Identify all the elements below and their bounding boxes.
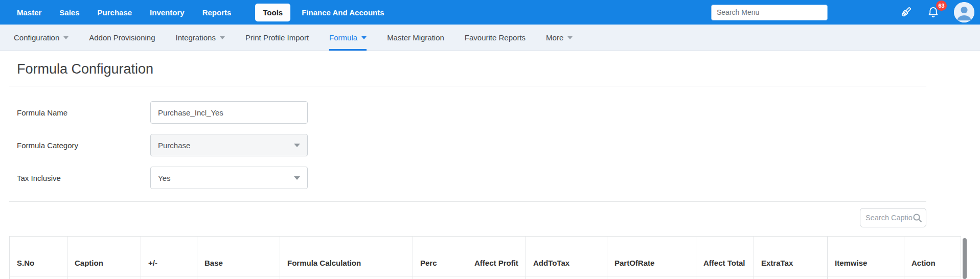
tax-inclusive-label: Tax Inclusive (17, 174, 150, 182)
subnav-item-addon-provisioning[interactable]: Addon Provisioning (89, 25, 155, 51)
subnav-item-formula[interactable]: Formula (329, 25, 367, 51)
top-nav-item-inventory[interactable]: Inventory (150, 8, 185, 17)
table-cell (526, 276, 607, 279)
column-header-addtotax: AddToTax (526, 237, 607, 276)
chevron-down-icon (220, 36, 225, 39)
top-nav-right: 63 (711, 2, 980, 22)
tax-inclusive-select[interactable]: Yes (150, 167, 308, 189)
column-header-partofrate: PartOfRate (607, 237, 696, 276)
search-caption-box (860, 208, 926, 227)
column-header-s-no: S.No (9, 237, 67, 276)
chevron-down-icon (63, 36, 69, 39)
search-icon[interactable] (913, 213, 922, 223)
table-cell (280, 276, 413, 279)
formula-category-value: Purchase (158, 141, 190, 150)
subnav-item-label: Formula (329, 33, 357, 42)
person-icon (954, 2, 974, 22)
column-header-caption: Caption (67, 237, 141, 276)
formula-category-select[interactable]: Purchase (150, 134, 308, 156)
notification-badge: 63 (936, 1, 947, 11)
table-cell (827, 276, 904, 279)
title-divider (9, 86, 926, 86)
table-cell (413, 276, 467, 279)
table-cell (141, 276, 197, 279)
search-caption-input[interactable] (865, 214, 913, 222)
subnav-item-label: Favourite Reports (465, 33, 526, 42)
formula-name-row: Formula Name (17, 101, 980, 124)
formula-table: S.NoCaption+/-BaseFormula CalculationPer… (9, 236, 961, 279)
subnav-item-integrations[interactable]: Integrations (176, 25, 225, 51)
subnav-item-more[interactable]: More (546, 25, 573, 51)
table-cell (904, 276, 961, 279)
subnav-item-label: Integrations (176, 33, 216, 42)
formula-name-input[interactable] (150, 101, 308, 124)
table-scrollbar-thumb[interactable] (963, 238, 967, 279)
tax-inclusive-row: Tax Inclusive Yes (17, 167, 980, 189)
chevron-down-icon (361, 36, 367, 39)
column-header-formula-calculation: Formula Calculation (280, 237, 413, 276)
column-header-itemwise: Itemwise (827, 237, 904, 276)
subnav-item-label: Addon Provisioning (89, 33, 155, 42)
top-nav-item-purchase[interactable]: Purchase (98, 8, 132, 17)
subnav-item-master-migration[interactable]: Master Migration (387, 25, 444, 51)
table-cell (607, 276, 696, 279)
top-navbar: MasterSalesPurchaseInventoryReportsTools… (0, 0, 980, 25)
formula-category-label: Formula Category (17, 141, 150, 150)
table-cell (754, 276, 827, 279)
search-menu-input[interactable] (711, 5, 828, 20)
chevron-down-icon (294, 144, 300, 147)
column-header-base: Base (197, 237, 280, 276)
subnav-item-label: Print Profile Import (245, 33, 309, 42)
table-toolbar (9, 208, 926, 227)
user-avatar[interactable] (954, 2, 974, 22)
table-cell (67, 276, 141, 279)
table-cell (9, 276, 67, 279)
top-nav-item-finance-and-accounts[interactable]: Finance And Accounts (302, 8, 384, 17)
column-header-action: Action (904, 237, 961, 276)
top-nav-item-sales[interactable]: Sales (59, 8, 79, 17)
formula-category-row: Formula Category Purchase (17, 134, 980, 156)
column-header-extratax: ExtraTax (754, 237, 827, 276)
top-nav-item-reports[interactable]: Reports (202, 8, 232, 17)
top-nav-item-master[interactable]: Master (17, 8, 41, 17)
column-header-perc: Perc (413, 237, 467, 276)
paint-brush-icon (899, 6, 913, 19)
table-header-row: S.NoCaption+/-BaseFormula CalculationPer… (9, 236, 961, 276)
chevron-down-icon (567, 36, 573, 39)
top-nav-item-tools[interactable]: Tools (255, 4, 290, 21)
subnav-item-label: More (546, 33, 563, 42)
secondary-navbar: ConfigurationAddon ProvisioningIntegrati… (0, 25, 980, 51)
subnav-item-configuration[interactable]: Configuration (14, 25, 69, 51)
table-cell (696, 276, 754, 279)
notifications-button[interactable]: 63 (926, 6, 940, 19)
tax-inclusive-value: Yes (158, 174, 170, 182)
top-nav-menu: MasterSalesPurchaseInventoryReportsTools… (17, 4, 402, 21)
column-header-plus-minus: +/- (141, 237, 197, 276)
subnav-item-label: Configuration (14, 33, 59, 42)
column-header-affect-profit: Affect Profit (467, 237, 526, 276)
page-title: Formula Configuration (17, 59, 980, 79)
theme-brush-button[interactable] (899, 6, 913, 19)
subnav-item-label: Master Migration (387, 33, 444, 42)
subnav-item-print-profile-import[interactable]: Print Profile Import (245, 25, 309, 51)
table-cell (197, 276, 280, 279)
subnav-item-favourite-reports[interactable]: Favourite Reports (465, 25, 526, 51)
section-divider (9, 201, 926, 202)
column-header-affect-total: Affect Total (696, 237, 754, 276)
formula-name-label: Formula Name (17, 108, 150, 117)
chevron-down-icon (294, 176, 300, 180)
table-cell (467, 276, 526, 279)
table-empty-row (9, 276, 961, 279)
